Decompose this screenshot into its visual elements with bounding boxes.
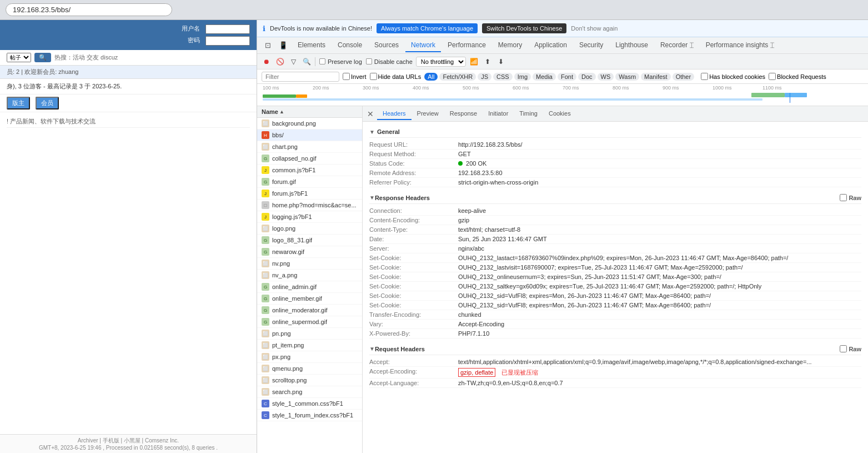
invert-checkbox[interactable] (343, 73, 350, 80)
file-style1-forum-css[interactable]: C style_1_forum_index.css?bF1 (257, 410, 362, 421)
tab-recorder[interactable]: Recorder ⌶ (655, 39, 699, 52)
member-btn[interactable]: 会员 (36, 97, 59, 109)
filter-tag-media[interactable]: Media (533, 73, 556, 81)
record-button[interactable]: ⏺ (262, 57, 272, 67)
file-pt-item-png[interactable]: ⬜ pt_item.png (257, 340, 362, 351)
search-button[interactable]: 🔍 (302, 57, 312, 67)
switch-to-chinese-button[interactable]: Switch DevTools to Chinese (482, 23, 566, 33)
timeline-bar-orange (296, 94, 307, 98)
tab-application[interactable]: Application (529, 39, 573, 52)
preserve-log-checkbox[interactable] (319, 58, 325, 64)
file-chart-png[interactable]: ⬜ chart.png (257, 141, 362, 153)
file-logo-png[interactable]: ⬜ logo.png (257, 223, 362, 235)
filter-tag-font[interactable]: Font (558, 73, 576, 81)
wifi-icon[interactable]: 📶 (469, 57, 479, 67)
filter-tag-wasm[interactable]: Wasm (615, 73, 639, 81)
file-search-png[interactable]: ⬜ search.png (257, 386, 362, 398)
content-type-row: Content-Type: text/html; charset=utf-8 (369, 225, 861, 235)
filter-tag-ws[interactable]: WS (598, 73, 614, 81)
filter-tag-doc[interactable]: Doc (578, 73, 596, 81)
dont-show-again-link[interactable]: Don't show again (571, 25, 618, 32)
request-raw-checkbox[interactable] (840, 345, 847, 352)
response-headers-section[interactable]: ▼ Response Headers Raw (369, 192, 861, 204)
file-logging-js[interactable]: J logging.js?bF1 (257, 211, 362, 223)
filter-tag-css[interactable]: CSS (493, 73, 513, 81)
tab-performance-insights[interactable]: Performance insights ⌶ (700, 39, 780, 52)
file-name: background.png (272, 120, 316, 127)
file-online-member-gif[interactable]: G online_member.gif (257, 293, 362, 305)
file-newarow-gif[interactable]: G newarow.gif (257, 246, 362, 258)
tab-lighthouse[interactable]: Lighthouse (610, 39, 654, 52)
general-section-header[interactable]: ▼ General (369, 126, 861, 138)
file-logo88-gif[interactable]: G logo_88_31.gif (257, 235, 362, 246)
request-headers-row: ▼ Request Headers Raw (369, 345, 861, 352)
filter-tag-other[interactable]: Other (673, 73, 695, 81)
file-bbs[interactable]: H bbs/ (257, 130, 362, 141)
filter-tag-img[interactable]: Img (514, 73, 531, 81)
file-online-moderator-gif[interactable]: G online_moderator.gif (257, 305, 362, 316)
file-background-png[interactable]: ⬜ background.png (257, 118, 362, 130)
tab-initiator[interactable]: Initiator (483, 108, 514, 120)
throttle-select[interactable]: No throttling (416, 57, 466, 67)
vendor-btn[interactable]: 版主 (7, 97, 30, 109)
tab-security[interactable]: Security (574, 39, 609, 52)
tab-timing[interactable]: Timing (514, 108, 543, 120)
tab-cookies[interactable]: Cookies (543, 108, 576, 120)
file-nv-png[interactable]: ⬜ nv.png (257, 258, 362, 270)
tab-sources[interactable]: Sources (369, 39, 404, 52)
cursor-icon[interactable]: ⊡ (262, 40, 274, 51)
ruler-1100ms: 1100 ms (762, 85, 812, 91)
response-raw-checkbox[interactable] (840, 194, 847, 201)
file-home-php[interactable]: □ home.php?mod=misc&ac=se... (257, 200, 362, 211)
filter-tag-fetch[interactable]: Fetch/XHR (439, 73, 476, 81)
filter-button[interactable]: ▽ (288, 57, 298, 67)
filter-tag-all[interactable]: All (424, 73, 438, 81)
tab-response[interactable]: Response (444, 108, 483, 120)
password-label: 密码 (188, 36, 200, 46)
file-scrolltop-png[interactable]: ⬜ scrolltop.png (257, 375, 362, 386)
search-button[interactable]: 🔍 (34, 53, 51, 62)
post-select[interactable]: 帖子 (7, 53, 31, 62)
request-headers-section[interactable]: ▼ Request Headers Raw (369, 343, 861, 355)
file-nva-png[interactable]: ⬜ nv_a.png (257, 270, 362, 281)
match-language-button[interactable]: Always match Chrome's language (377, 23, 478, 33)
address-bar[interactable]: 192.168.23.5/bbs/ (6, 3, 172, 16)
blocked-requests-checkbox[interactable] (769, 73, 776, 80)
tab-headers[interactable]: Headers (377, 108, 412, 120)
tab-performance[interactable]: Performance (442, 39, 491, 52)
upload-icon[interactable]: ⬆ (483, 57, 493, 67)
file-forum-gif[interactable]: G forum.gif (257, 176, 362, 188)
file-style1-common-css[interactable]: C style_1_common.css?bF1 (257, 398, 362, 410)
connection-key: Connection: (369, 207, 458, 214)
clear-button[interactable]: 🚫 (275, 57, 285, 67)
tab-console[interactable]: Console (332, 39, 368, 52)
download-icon[interactable]: ⬇ (496, 57, 506, 67)
filter-tag-manifest[interactable]: Manifest (641, 73, 671, 81)
tab-network[interactable]: Network (405, 39, 441, 52)
tab-preview[interactable]: Preview (412, 108, 444, 120)
file-pn-png[interactable]: ⬜ pn.png (257, 328, 362, 340)
status-dot (458, 161, 463, 166)
has-blocked-checkbox[interactable] (701, 73, 708, 80)
file-forum-js[interactable]: J forum.js?bF1 (257, 188, 362, 200)
file-online-admin-gif[interactable]: G online_admin.gif (257, 281, 362, 293)
file-collapsed-gif[interactable]: G collapsed_no.gif (257, 153, 362, 165)
close-button[interactable]: ✕ (367, 109, 374, 118)
file-qmenu-png[interactable]: ⬜ qmenu.png (257, 363, 362, 375)
tab-elements[interactable]: Elements (292, 39, 331, 52)
hide-data-urls-checkbox[interactable] (370, 73, 377, 80)
filter-input[interactable] (262, 72, 339, 82)
tab-memory[interactable]: Memory (493, 39, 528, 52)
filter-tag-js[interactable]: JS (478, 73, 491, 81)
file-icon-img: ⬜ (262, 143, 269, 151)
username-input[interactable] (205, 24, 250, 34)
file-icon-gif: G (262, 178, 269, 186)
password-input[interactable] (205, 36, 250, 46)
file-online-supermod-gif[interactable]: G online_supermod.gif (257, 316, 362, 328)
file-common-js[interactable]: J common.js?bF1 (257, 165, 362, 176)
set-cookie1-row: Set-Cookie: OUHQ_2132_lastact=1687693607… (369, 253, 861, 263)
file-px-png[interactable]: ⬜ px.png (257, 351, 362, 363)
browser-bar: 192.168.23.5/bbs/ (0, 0, 868, 20)
device-icon[interactable]: 📱 (275, 40, 291, 51)
disable-cache-checkbox[interactable] (366, 58, 372, 64)
